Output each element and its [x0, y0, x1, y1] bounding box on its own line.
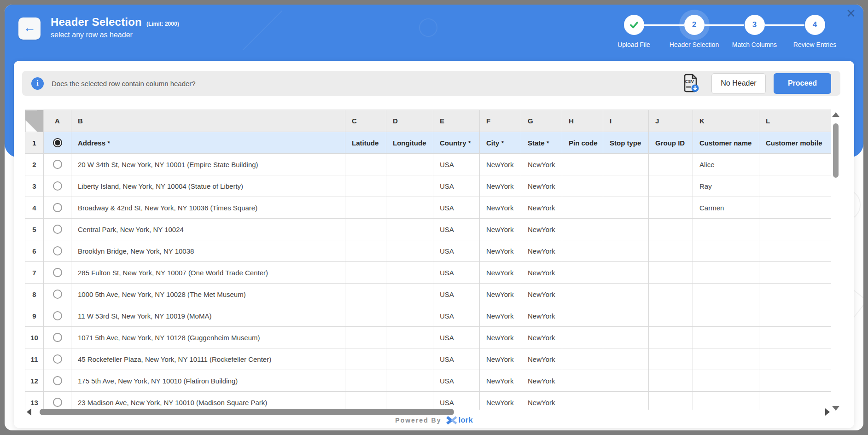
row-radio[interactable] [53, 268, 62, 277]
step-label: Header Selection [670, 41, 719, 48]
horizontal-scroll-thumb[interactable] [40, 409, 454, 415]
corner-cell [25, 110, 44, 132]
table-row[interactable]: 1323 Madison Ave, New York, NY 10010 (Ma… [25, 392, 832, 410]
row-radio[interactable] [53, 398, 62, 407]
radio-cell [44, 327, 71, 348]
cell-address: 20 W 34th St, New York, NY 10001 (Empire… [71, 154, 345, 175]
column-letter: B [71, 110, 345, 132]
cell-pincode [562, 219, 603, 240]
cell-country: USA [433, 348, 480, 370]
cell-longitude [386, 305, 433, 327]
content-card: i Does the selected row contain column h… [14, 61, 854, 428]
row-radio[interactable] [53, 246, 62, 255]
cell-longitude [386, 175, 433, 197]
cell-groupid [649, 219, 693, 240]
row-radio[interactable] [53, 160, 62, 169]
row-radio-selected[interactable] [53, 138, 62, 147]
column-letter: I [603, 110, 649, 132]
cell-latitude [345, 348, 386, 370]
cell-city: NewYork [480, 284, 521, 305]
selected-header-row[interactable]: 1 Address * Latitude Longitude Country *… [25, 132, 832, 154]
cell-state: NewYork [521, 240, 562, 262]
back-button[interactable]: ← [18, 17, 41, 40]
cell-longitude [386, 262, 433, 284]
brand-logo: lork [446, 416, 472, 425]
arrow-left-icon: ← [23, 22, 36, 34]
cell-pincode [562, 284, 603, 305]
page-subtitle: select any row as header [51, 31, 179, 39]
cell-address: 175 5th Ave, New York, NY 10010 (Flatiro… [71, 370, 345, 392]
powered-by-label: Powered By [395, 417, 441, 424]
row-radio[interactable] [53, 290, 62, 299]
spreadsheet: A B C D E F G H I J K L 1 [25, 110, 831, 410]
vertical-scroll-thumb[interactable] [833, 123, 839, 178]
cell-longitude [386, 327, 433, 348]
scroll-up-icon[interactable] [832, 112, 839, 117]
row-radio[interactable] [53, 354, 62, 364]
row-number: 2 [25, 154, 44, 175]
column-letter: C [345, 110, 386, 132]
table-row[interactable]: 5Central Park, New York, NY 10024USANewY… [25, 219, 832, 240]
cell-address: Brooklyn Bridge, New York, NY 10038 [71, 240, 345, 262]
row-number: 12 [25, 370, 44, 392]
no-header-button[interactable]: No Header [711, 73, 766, 94]
cell-longitude [386, 154, 433, 175]
row-radio[interactable] [53, 376, 62, 385]
table-row[interactable]: 81000 5th Ave, New York, NY 10028 (The M… [25, 284, 832, 305]
cell-pincode [562, 262, 603, 284]
row-radio[interactable] [53, 181, 62, 191]
cell-stoptype [603, 284, 649, 305]
cell-state: NewYork [521, 370, 562, 392]
cell-customer_mobile [759, 392, 832, 410]
table-row[interactable]: 12175 5th Ave, New York, NY 10010 (Flati… [25, 370, 832, 392]
cell-stoptype [603, 219, 649, 240]
table-row[interactable]: 911 W 53rd St, New York, NY 10019 (MoMA)… [25, 305, 832, 327]
scroll-down-icon[interactable] [832, 406, 839, 411]
row-number: 1 [25, 132, 44, 154]
step-1-circle[interactable] [624, 15, 644, 35]
proceed-button[interactable]: Proceed [774, 73, 831, 94]
cell-latitude [345, 154, 386, 175]
column-letter: D [386, 110, 433, 132]
cell-longitude [386, 370, 433, 392]
step-2-circle[interactable]: 2 [684, 15, 705, 35]
scroll-left-icon[interactable] [27, 408, 31, 416]
header-cell: Group ID [649, 132, 693, 154]
radio-cell [44, 132, 71, 154]
cell-customer_mobile [759, 305, 832, 327]
step-3-circle[interactable]: 3 [745, 15, 765, 35]
row-radio[interactable] [53, 333, 62, 342]
header-cell: Longitude [386, 132, 433, 154]
cell-country: USA [433, 392, 480, 410]
row-radio[interactable] [53, 203, 62, 212]
table-row[interactable]: 220 W 34th St, New York, NY 10001 (Empir… [25, 154, 832, 175]
footer: Powered By lork [14, 416, 854, 425]
cell-country: USA [433, 154, 480, 175]
table-row[interactable]: 4Broadway & 42nd St, New York, NY 10036 … [25, 197, 832, 219]
cell-city: NewYork [480, 392, 521, 410]
cell-state: NewYork [521, 284, 562, 305]
cell-customer_name [693, 240, 759, 262]
close-icon[interactable]: ✕ [846, 7, 856, 19]
cell-stoptype [603, 175, 649, 197]
row-radio[interactable] [53, 311, 62, 320]
table-row[interactable]: 101071 5th Ave, New York, NY 10128 (Gugg… [25, 327, 832, 348]
table-row[interactable]: 3Liberty Island, New York, NY 10004 (Sta… [25, 175, 832, 197]
cell-customer_name [693, 370, 759, 392]
cell-address: 1000 5th Ave, New York, NY 10028 (The Me… [71, 284, 345, 305]
table-row[interactable]: 7285 Fulton St, New York, NY 10007 (One … [25, 262, 832, 284]
row-radio[interactable] [53, 225, 62, 234]
table-row[interactable]: 1145 Rockefeller Plaza, New York, NY 101… [25, 348, 832, 370]
cell-address: 23 Madison Ave, New York, NY 10010 (Madi… [71, 392, 345, 410]
step-4-circle[interactable]: 4 [805, 15, 825, 35]
row-number: 9 [25, 305, 44, 327]
cell-state: NewYork [521, 154, 562, 175]
scroll-right-icon[interactable] [825, 408, 830, 416]
cell-groupid [649, 392, 693, 410]
row-number: 5 [25, 219, 44, 240]
cell-stoptype [603, 305, 649, 327]
cell-groupid [649, 262, 693, 284]
table-row[interactable]: 6Brooklyn Bridge, New York, NY 10038USAN… [25, 240, 832, 262]
csv-download-icon[interactable]: CSV [683, 73, 699, 93]
cell-stoptype [603, 240, 649, 262]
